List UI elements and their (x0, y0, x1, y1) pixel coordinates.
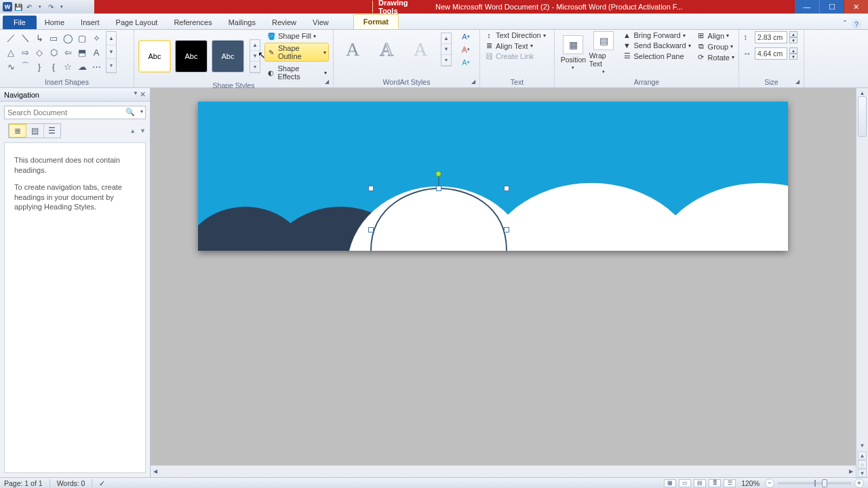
shape-style-gallery[interactable]: Abc Abc Abc ▲ ▼ ▾ (138, 39, 260, 73)
text-direction-button[interactable]: ↕Text Direction▾ (484, 31, 550, 39)
text-effects-button[interactable]: A▾ (458, 57, 473, 68)
tab-page-layout[interactable]: Page Layout (108, 16, 166, 29)
maximize-button[interactable]: ☐ (819, 0, 844, 14)
selection-pane-button[interactable]: ☰Selection Pane (623, 52, 691, 60)
spin-down-icon[interactable]: ▼ (789, 54, 797, 60)
tab-file[interactable]: File (3, 16, 37, 29)
style-preset-2[interactable]: Abc (175, 40, 208, 73)
shape-fill-button[interactable]: 🪣Shape Fill▾ (264, 31, 329, 41)
scroll-left-icon[interactable]: ◀ (151, 466, 160, 477)
align-button[interactable]: ⊞Align▾ (696, 31, 734, 40)
tab-mailings[interactable]: Mailings (220, 16, 264, 29)
shape-line-icon[interactable]: ＼ (18, 31, 32, 45)
pane-close-icon[interactable]: ✕ (140, 90, 146, 99)
dialog-launcher-icon[interactable]: ◢ (323, 78, 330, 85)
scroll-up-icon[interactable]: ▲ (441, 33, 451, 44)
height-value[interactable]: 2.83 cm (755, 31, 787, 43)
scroll-thumb[interactable] (858, 96, 867, 137)
prev-page-icon[interactable]: ▲ (858, 451, 867, 460)
shape-line-icon[interactable]: ／ (4, 31, 18, 45)
shape-callout-icon[interactable]: ⬒ (75, 45, 89, 59)
text-fill-button[interactable]: A▾ (458, 31, 473, 42)
zoom-out-button[interactable]: − (765, 479, 774, 488)
next-page-icon[interactable]: ▼ (858, 469, 867, 477)
browse-object-icon[interactable]: ○ (858, 460, 867, 468)
height-field[interactable]: ↕ 2.83 cm ▲▼ (743, 31, 800, 43)
nav-tab-results[interactable]: ☰ (44, 124, 60, 138)
shape-brace-icon[interactable]: } (33, 60, 46, 73)
wordart-gallery-scroll[interactable]: ▲ ▼ ▾ (441, 33, 452, 66)
group-button[interactable]: ⧉Group▾ (696, 42, 734, 51)
tab-home[interactable]: Home (37, 16, 73, 29)
zoom-thumb[interactable] (822, 479, 827, 487)
width-value[interactable]: 4.64 cm (755, 47, 787, 60)
text-outline-button[interactable]: A▾ (458, 44, 473, 55)
shapes-gallery-scroll[interactable]: ▲ ▼ ▾ (106, 31, 117, 73)
tab-references[interactable]: References (165, 16, 220, 29)
wordart-preset[interactable]: A (406, 35, 435, 64)
gallery-expand-icon[interactable]: ▾ (250, 62, 260, 73)
vertical-scrollbar[interactable]: ▲ ▼ ▲ ○ ▼ (856, 88, 868, 477)
word-count[interactable]: Words: 0 (57, 479, 85, 487)
shape-hexagon-icon[interactable]: ⬡ (47, 45, 60, 59)
page-indicator[interactable]: Page: 1 of 1 (4, 479, 43, 487)
shape-rect-icon[interactable]: ▭ (47, 31, 60, 45)
rotation-handle[interactable] (435, 171, 441, 177)
undo-icon[interactable]: ↶ (24, 2, 34, 12)
dialog-launcher-icon[interactable]: ◢ (794, 78, 801, 85)
pane-dropdown-icon[interactable]: ▼ (133, 90, 138, 99)
scroll-down-icon[interactable]: ▼ (106, 45, 116, 59)
shape-effects-button[interactable]: ◐Shape Effects▾ (264, 64, 329, 81)
search-options-icon[interactable]: ▾ (140, 108, 143, 115)
wordart-preset[interactable]: A (372, 35, 401, 64)
search-icon[interactable]: 🔍 (125, 108, 135, 117)
shape-arrow-icon[interactable]: ⇨ (18, 45, 32, 59)
nav-tab-pages[interactable]: ▤ (26, 124, 43, 138)
nav-tab-headings[interactable]: ≣ (9, 124, 26, 138)
shape-curve-icon[interactable]: ∿ (4, 60, 18, 73)
dialog-launcher-icon[interactable]: ◢ (470, 78, 477, 85)
full-screen-view-icon[interactable]: ▭ (679, 479, 691, 487)
scroll-down-icon[interactable]: ▼ (856, 441, 868, 450)
proofing-icon[interactable]: ✓ (99, 479, 105, 487)
resize-handle[interactable] (504, 227, 509, 232)
send-backward-button[interactable]: ▼Send Backward▾ (623, 41, 691, 49)
shape-diamond-icon[interactable]: ◇ (33, 45, 46, 59)
shape-cloud-icon[interactable]: ☁ (75, 60, 89, 73)
shape-star-icon[interactable]: ☆ (61, 60, 75, 73)
align-text-button[interactable]: ≣Align Text▾ (484, 41, 550, 50)
shape-freeform-icon[interactable]: ✧ (90, 31, 103, 45)
zoom-level[interactable]: 120% (741, 479, 760, 487)
shape-brace-icon[interactable]: { (47, 60, 60, 73)
tab-insert[interactable]: Insert (73, 16, 108, 29)
redo-icon[interactable]: ↷ (46, 2, 56, 12)
minimize-button[interactable]: — (795, 0, 819, 14)
gallery-expand-icon[interactable]: ▾ (106, 59, 116, 73)
document-area[interactable]: ▭ ▲ ▼ (151, 88, 868, 477)
spin-up-icon[interactable]: ▲ (789, 31, 797, 37)
horizontal-scrollbar[interactable]: ◀ ▶ (151, 465, 856, 477)
web-layout-view-icon[interactable]: ▤ (694, 479, 706, 487)
zoom-in-button[interactable]: + (854, 479, 864, 488)
shape-connector-icon[interactable]: ↳ (33, 31, 46, 45)
save-icon[interactable]: 💾 (14, 2, 23, 12)
close-button[interactable]: ✕ (844, 0, 868, 14)
next-icon[interactable]: ▼ (140, 127, 146, 134)
wrap-text-button[interactable]: ▤ Wrap Text▾ (589, 31, 618, 75)
bring-forward-button[interactable]: ▲Bring Forward▾ (623, 31, 691, 39)
style-preset-1[interactable]: Abc (138, 40, 171, 73)
shape-textbox-icon[interactable]: A (90, 45, 103, 59)
outline-view-icon[interactable]: ≣ (709, 479, 721, 487)
shapes-gallery[interactable]: ／＼↳▭◯▢✧ △⇨◇⬡⇦⬒A ∿⌒}{☆☁⋯ (4, 31, 103, 73)
tab-format[interactable]: Format (353, 14, 399, 29)
spin-down-icon[interactable]: ▼ (789, 37, 797, 43)
search-input[interactable] (4, 106, 146, 119)
shape-curve-icon[interactable]: ⌒ (18, 60, 32, 73)
zoom-slider[interactable] (777, 482, 852, 485)
scroll-right-icon[interactable]: ▶ (846, 466, 856, 477)
shape-arrow-icon[interactable]: ⇦ (61, 45, 75, 59)
prev-icon[interactable]: ▲ (130, 127, 136, 134)
search-box[interactable]: 🔍 ▾ (4, 106, 146, 119)
tab-review[interactable]: Review (264, 16, 304, 29)
position-button[interactable]: ▦ Position▾ (559, 31, 588, 75)
